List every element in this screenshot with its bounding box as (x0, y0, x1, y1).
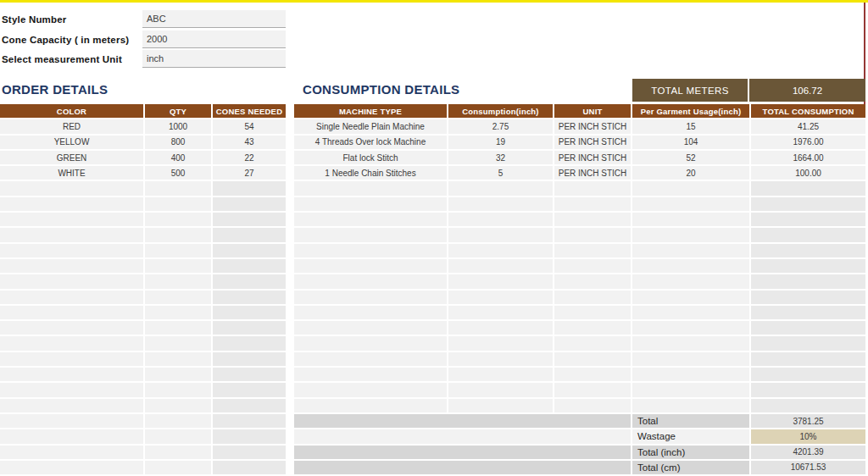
table-cell[interactable]: 27 (213, 166, 286, 181)
table-cell[interactable] (751, 291, 865, 306)
table-cell[interactable] (0, 213, 145, 228)
table-cell[interactable]: 500 (145, 166, 213, 181)
table-cell[interactable] (554, 383, 632, 398)
table-cell[interactable]: RED (0, 119, 145, 135)
table-cell[interactable] (554, 306, 632, 321)
table-cell[interactable] (213, 291, 286, 306)
table-cell[interactable] (0, 399, 145, 414)
table-cell[interactable]: 43 (213, 136, 286, 151)
table-cell[interactable] (448, 228, 554, 243)
table-cell[interactable]: GREEN (0, 151, 145, 166)
table-cell[interactable] (448, 181, 554, 196)
summary-label-cell[interactable]: Total (632, 414, 751, 429)
table-cell[interactable] (0, 352, 145, 368)
table-cell[interactable] (0, 197, 145, 213)
table-cell[interactable] (0, 336, 145, 351)
table-cell[interactable] (751, 244, 865, 259)
table-cell[interactable]: PER INCH STICH (554, 166, 632, 181)
table-cell[interactable] (448, 321, 554, 336)
table-cell[interactable] (294, 368, 448, 383)
table-cell[interactable] (0, 274, 145, 290)
table-cell[interactable] (632, 368, 751, 383)
table-cell[interactable] (145, 259, 213, 274)
summary-value-cell[interactable]: 10% (751, 429, 865, 445)
table-cell[interactable] (448, 197, 554, 213)
table-cell[interactable]: 1 Needle Chain Stitches (294, 166, 448, 181)
table-cell[interactable] (751, 213, 865, 228)
table-cell[interactable] (751, 197, 865, 213)
table-cell[interactable] (213, 383, 286, 398)
table-cell[interactable] (448, 274, 554, 290)
table-cell[interactable] (145, 429, 213, 445)
table-cell[interactable] (213, 274, 286, 290)
table-cell[interactable]: 54 (213, 119, 286, 135)
table-cell[interactable]: 52 (632, 151, 751, 166)
table-cell[interactable] (632, 259, 751, 274)
table-cell[interactable] (0, 414, 145, 429)
table-cell[interactable] (632, 181, 751, 196)
table-cell[interactable] (213, 429, 286, 445)
table-cell[interactable] (632, 213, 751, 228)
table-cell[interactable] (0, 259, 145, 274)
table-cell[interactable] (0, 461, 145, 476)
table-cell[interactable] (145, 181, 213, 196)
table-cell[interactable] (294, 336, 448, 351)
table-cell[interactable] (632, 321, 751, 336)
table-cell[interactable] (294, 181, 448, 196)
table-cell[interactable] (632, 244, 751, 259)
table-cell[interactable]: 19 (448, 136, 554, 151)
table-cell[interactable] (213, 306, 286, 321)
table-cell[interactable]: PER INCH STICH (554, 119, 632, 135)
table-cell[interactable] (213, 197, 286, 213)
table-cell[interactable]: Flat lock Stitch (294, 151, 448, 166)
table-cell[interactable] (0, 291, 145, 306)
table-cell[interactable] (213, 181, 286, 196)
table-cell[interactable] (294, 321, 448, 336)
table-cell[interactable] (0, 306, 145, 321)
table-cell[interactable] (145, 414, 213, 429)
table-cell[interactable] (213, 414, 286, 429)
table-cell[interactable] (751, 399, 865, 414)
table-cell[interactable] (294, 228, 448, 243)
table-cell[interactable] (448, 244, 554, 259)
table-cell[interactable] (145, 274, 213, 290)
table-cell[interactable]: 32 (448, 151, 554, 166)
table-cell[interactable] (632, 352, 751, 368)
summary-label-cell[interactable]: Total (cm) (632, 461, 751, 476)
table-cell[interactable] (294, 259, 448, 274)
table-cell[interactable] (213, 446, 286, 461)
table-cell[interactable]: 1664.00 (751, 151, 865, 166)
table-cell[interactable] (751, 336, 865, 351)
table-cell[interactable] (448, 291, 554, 306)
table-cell[interactable]: 104 (632, 136, 751, 151)
table-cell[interactable]: 800 (145, 136, 213, 151)
total-meters-value[interactable]: 106.72 (749, 79, 865, 102)
table-cell[interactable] (632, 274, 751, 290)
table-cell[interactable]: 22 (213, 151, 286, 166)
table-cell[interactable] (294, 352, 448, 368)
table-cell[interactable] (294, 291, 448, 306)
table-cell[interactable] (554, 244, 632, 259)
table-cell[interactable] (448, 399, 554, 414)
table-cell[interactable] (554, 259, 632, 274)
cone-capacity-field[interactable]: 2000 (142, 30, 286, 48)
table-cell[interactable] (554, 181, 632, 196)
style-number-field[interactable]: ABC (142, 10, 286, 28)
table-cell[interactable] (213, 461, 286, 476)
table-cell[interactable] (751, 368, 865, 383)
table-cell[interactable]: 15 (632, 119, 751, 135)
table-cell[interactable] (448, 352, 554, 368)
summary-label-cell[interactable]: Wastage (632, 429, 751, 445)
table-cell[interactable] (448, 368, 554, 383)
table-cell[interactable] (294, 306, 448, 321)
table-cell[interactable] (0, 181, 145, 196)
table-cell[interactable] (213, 368, 286, 383)
summary-label-cell[interactable]: Total (inch) (632, 446, 751, 461)
table-cell[interactable] (554, 321, 632, 336)
table-cell[interactable] (145, 291, 213, 306)
table-cell[interactable] (554, 399, 632, 414)
table-cell[interactable] (554, 336, 632, 351)
table-cell[interactable] (213, 336, 286, 351)
table-cell[interactable] (448, 306, 554, 321)
table-cell[interactable] (145, 197, 213, 213)
